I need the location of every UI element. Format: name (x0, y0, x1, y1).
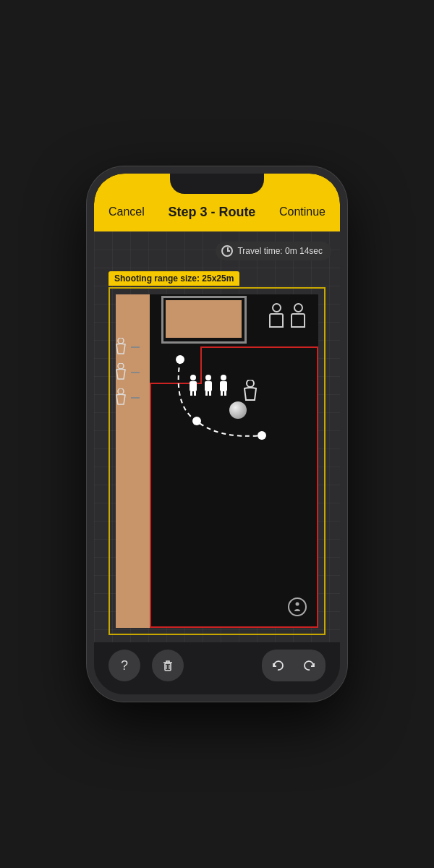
phone-frame: Cancel Step 3 - Route Continue Travel ti… (87, 166, 347, 702)
bottom-toolbar: ? (94, 642, 340, 694)
cancel-button[interactable]: Cancel (109, 205, 145, 218)
trash-icon (161, 658, 175, 673)
shooter-positions-left (113, 338, 140, 407)
waypoint-1[interactable] (176, 355, 184, 364)
clock-icon (221, 245, 233, 257)
waypoint-3[interactable] (258, 431, 266, 440)
delete-button[interactable] (152, 650, 184, 681)
shooter-pos-1 (113, 338, 140, 357)
svg-point-16 (118, 388, 124, 394)
toolbar-left-group: ? (109, 650, 184, 681)
svg-rect-17 (165, 663, 171, 671)
svg-point-15 (118, 363, 124, 369)
svg-point-13 (296, 603, 299, 606)
route-path-svg (150, 294, 318, 628)
shooter-silhouette-1 (113, 338, 129, 357)
person-end-icon[interactable] (288, 597, 307, 616)
toolbar-right-group (262, 650, 326, 681)
help-icon: ? (121, 658, 128, 673)
travel-time-text: Travel time: 0m 14sec (237, 246, 323, 256)
page-title: Step 3 - Route (168, 205, 255, 220)
route-dashed-line (179, 359, 262, 436)
continue-button[interactable]: Continue (279, 205, 326, 218)
redo-button[interactable] (294, 650, 326, 681)
undo-icon (271, 658, 285, 673)
range-container: Shooting range size: 25x25m (109, 271, 326, 635)
shooting-area (150, 294, 318, 628)
shooter-pos-2 (113, 363, 140, 382)
svg-point-14 (118, 338, 124, 344)
help-button[interactable]: ? (109, 650, 140, 681)
undo-button[interactable] (262, 650, 294, 681)
redo-icon (302, 658, 317, 673)
range-size-label: Shooting range size: 25x25m (109, 271, 239, 286)
notch (170, 174, 264, 194)
shooter-silhouette-3 (113, 388, 129, 407)
shooter-silhouette-2 (113, 363, 129, 382)
range-floor (109, 287, 326, 635)
shooter-pos-3 (113, 388, 140, 407)
map-area[interactable]: Travel time: 0m 14sec Shooting range siz… (94, 231, 340, 642)
bottom-platform (116, 610, 150, 628)
travel-time-badge: Travel time: 0m 14sec (216, 242, 331, 260)
person-svg (292, 602, 302, 612)
phone-screen: Cancel Step 3 - Route Continue Travel ti… (94, 174, 340, 694)
waypoint-2[interactable] (192, 417, 201, 425)
